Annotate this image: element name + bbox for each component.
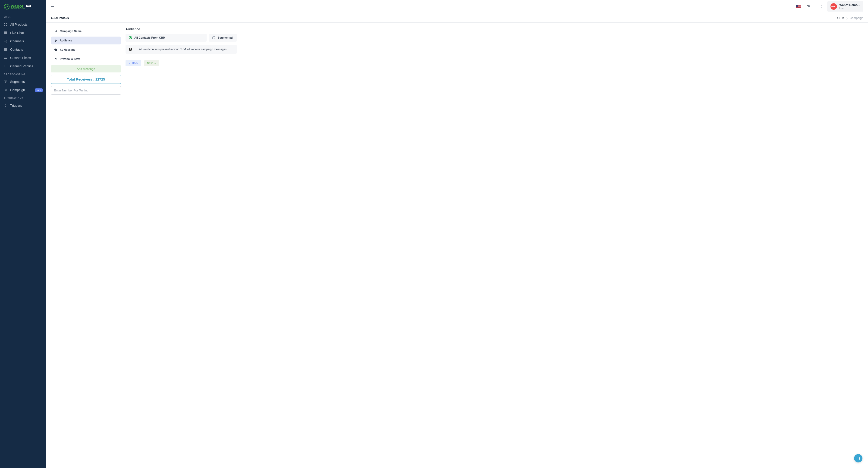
channels-icon <box>4 39 7 43</box>
svg-rect-24 <box>859 458 860 460</box>
sidebar-item-triggers[interactable]: Triggers <box>0 101 46 110</box>
svg-rect-5 <box>4 25 5 26</box>
sidebar-item-contacts[interactable]: Contacts <box>0 45 46 54</box>
next-button[interactable]: Next → <box>144 60 159 66</box>
svg-rect-9 <box>4 57 7 57</box>
new-badge: New <box>35 89 42 92</box>
sidebar-item-campaign[interactable]: Campaign New <box>0 86 46 94</box>
breadcrumb-root[interactable]: CRM <box>837 16 844 20</box>
sidebar-item-segments[interactable]: Segments <box>0 77 46 86</box>
audience-options: All Contacts From CRM Segmented <box>126 34 237 42</box>
total-receivers-count: 12725 <box>95 77 105 81</box>
step-label: Audience <box>60 39 72 42</box>
radio-segmented[interactable]: Segmented <box>209 34 237 42</box>
apps-grid-icon[interactable] <box>805 3 813 10</box>
svg-point-12 <box>5 104 5 105</box>
sidebar-item-label: Live Chat <box>10 31 24 35</box>
language-flag-icon[interactable] <box>794 3 802 10</box>
sidebar-item-label: Contacts <box>10 48 23 52</box>
total-receivers-label: Total Receivers : <box>67 77 94 81</box>
sidebar-item-label: Canned Replies <box>10 64 33 68</box>
back-button[interactable]: ← Back <box>126 60 141 66</box>
svg-point-2 <box>7 6 8 7</box>
back-label: Back <box>132 62 138 65</box>
user-name: Wabot Demo... <box>839 3 860 7</box>
step-campaign-name[interactable]: Campaign Name <box>51 27 121 35</box>
svg-point-0 <box>4 4 9 9</box>
sidebar-item-label: Channels <box>10 39 24 43</box>
info-icon: i <box>129 48 132 51</box>
user-menu[interactable]: WDU Wabot Demo... User <box>827 1 863 12</box>
logo[interactable]: wabot WHATSAPP OFFICIAL API PRO <box>3 3 31 10</box>
svg-rect-23 <box>857 458 857 460</box>
info-text: All valid contacts present in your CRM w… <box>139 48 227 51</box>
breadcrumb-current: Campaign <box>850 16 863 20</box>
svg-rect-22 <box>55 58 56 59</box>
chat-icon <box>4 31 7 35</box>
chevron-right-icon: ❯ <box>846 16 848 19</box>
sidebar-item-label: Custom Fields <box>10 56 31 60</box>
sidebar-item-custom-fields[interactable]: Custom Fields <box>0 54 46 62</box>
radio-icon <box>212 36 215 39</box>
sidebar-section-menu: MENU <box>0 13 46 20</box>
contacts-icon <box>4 48 7 52</box>
radio-label: Segmented <box>218 36 233 39</box>
svg-rect-15 <box>808 5 809 5</box>
svg-rect-7 <box>4 31 7 34</box>
header: WDU Wabot Demo... User <box>46 0 868 13</box>
test-number-input[interactable] <box>51 86 121 95</box>
svg-rect-17 <box>808 6 809 7</box>
radio-label: All Contacts From CRM <box>134 36 165 39</box>
triggers-icon <box>4 104 7 107</box>
step-preview-save[interactable]: Preview & Save <box>51 55 121 63</box>
sidebar-item-channels[interactable]: Channels <box>0 37 46 45</box>
audience-icon <box>54 39 57 42</box>
svg-point-13 <box>5 106 5 107</box>
user-role: User <box>839 7 860 10</box>
audience-title: Audience <box>126 27 237 31</box>
canned-icon <box>4 64 7 68</box>
step-label: Preview & Save <box>60 57 80 61</box>
svg-point-1 <box>6 6 6 7</box>
sidebar-item-all-products[interactable]: All Products <box>0 20 46 29</box>
step-audience[interactable]: Audience <box>51 37 121 44</box>
fields-icon <box>4 56 7 60</box>
sidebar-item-label: All Products <box>10 23 28 26</box>
save-icon <box>54 57 57 61</box>
next-label: Next <box>147 62 153 65</box>
logo-area: wabot WHATSAPP OFFICIAL API PRO <box>0 0 46 13</box>
help-fab[interactable] <box>854 454 863 463</box>
svg-rect-21 <box>55 49 57 51</box>
audience-panel: Audience All Contacts From CRM Segmented… <box>126 27 237 95</box>
avatar: WDU <box>831 3 837 10</box>
step-message-1[interactable]: #1 Message <box>51 46 121 54</box>
fullscreen-icon[interactable] <box>816 3 824 10</box>
sidebar-item-canned-replies[interactable]: Canned Replies <box>0 62 46 70</box>
sidebar: wabot WHATSAPP OFFICIAL API PRO MENU All… <box>0 0 46 468</box>
content: Campaign Name Audience #1 Message Previe… <box>46 23 868 99</box>
svg-rect-10 <box>4 58 7 59</box>
sidebar-item-live-chat[interactable]: Live Chat <box>0 29 46 37</box>
hamburger-icon[interactable] <box>51 5 56 8</box>
add-message-button[interactable]: Add Message <box>51 65 121 72</box>
radio-all-contacts[interactable]: All Contacts From CRM <box>126 34 207 42</box>
megaphone-icon <box>4 88 7 92</box>
arrow-left-icon: ← <box>128 62 131 65</box>
grid-icon <box>4 23 7 26</box>
nav-buttons: ← Back Next → <box>126 60 237 66</box>
sidebar-item-label: Triggers <box>10 104 22 107</box>
step-label: Campaign Name <box>60 30 82 33</box>
info-box: i All valid contacts present in your CRM… <box>126 45 237 54</box>
message-icon <box>54 48 57 52</box>
sidebar-section-automations: AUTOMATIONS <box>0 94 46 101</box>
logo-subtitle: WHATSAPP OFFICIAL API <box>11 8 25 9</box>
breadcrumb: CRM ❯ Campaign <box>837 16 863 20</box>
main: WDU Wabot Demo... User CAMPAIGN CRM ❯ Ca… <box>46 0 868 468</box>
headset-icon <box>856 456 860 460</box>
svg-rect-3 <box>4 23 5 24</box>
breadcrumb-bar: CAMPAIGN CRM ❯ Campaign <box>46 13 868 23</box>
sidebar-item-label: Segments <box>10 80 25 83</box>
svg-rect-4 <box>6 23 7 24</box>
logo-pro-badge: PRO <box>26 5 31 7</box>
arrow-right-icon: → <box>154 62 156 65</box>
